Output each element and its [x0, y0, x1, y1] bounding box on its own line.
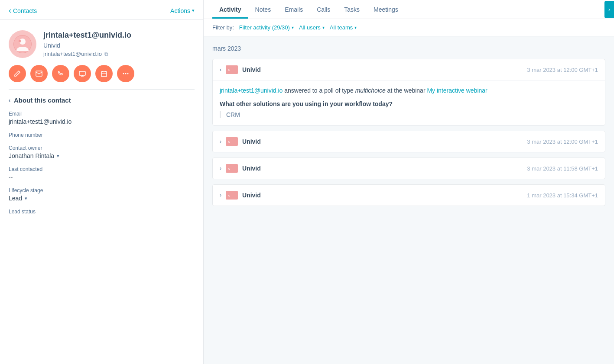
more-actions-button[interactable] [117, 65, 134, 82]
edit-action-button[interactable] [9, 65, 26, 82]
phone-field-row: Phone number [9, 132, 195, 138]
tab-notes[interactable]: Notes [248, 0, 278, 19]
svg-rect-4 [79, 71, 85, 75]
card-1-company: Univid [242, 66, 261, 73]
card-4-header[interactable]: › U Univid 1 mar 2023 at 15:34 GMT+1 [213, 185, 605, 206]
lead-status-field-row: Lead status [9, 209, 195, 215]
tab-emails[interactable]: Emails [278, 0, 310, 19]
users-filter-button[interactable]: All users [299, 24, 325, 31]
card-1-description: jrintala+test1@univid.io answered to a p… [220, 81, 598, 95]
activity-card-3: › U Univid 3 mar 2023 at 11:58 GMT+1 jri… [212, 158, 605, 179]
contact-profile: jrintala+test1@univid.io Univid jrintala… [0, 20, 203, 65]
card-1-chevron-icon: ‹ [220, 67, 221, 73]
card-4-logo: U [226, 191, 238, 200]
owner-label: Contact owner [9, 145, 195, 151]
action-icons-row [0, 65, 203, 89]
svg-rect-3 [36, 71, 42, 76]
about-header[interactable]: ‹ About this contact [9, 97, 195, 104]
tab-calls[interactable]: Calls [310, 0, 337, 19]
svg-rect-5 [101, 71, 107, 77]
filter-bar: Filter by: Filter activity (29/30) All u… [204, 19, 614, 36]
calendar-action-button[interactable] [95, 65, 113, 82]
contact-email-display: jrintala+test1@univid.io [43, 51, 102, 57]
email-action-button[interactable] [30, 65, 48, 82]
left-panel: Contacts Actions jrintala+test1@univid.i… [0, 0, 204, 364]
copy-email-icon[interactable]: ⧉ [104, 51, 108, 57]
svg-point-2 [19, 40, 21, 42]
card-1-poll-answer: CRM [220, 111, 598, 118]
card-2-timestamp: 3 mar 2023 at 12:00 GMT+1 [527, 139, 598, 145]
about-section: ‹ About this contact Email jrintala+test… [0, 90, 203, 229]
card-3-logo: U [226, 164, 238, 173]
actions-button[interactable]: Actions [170, 7, 195, 14]
activity-filter-button[interactable]: Filter activity (29/30) [239, 24, 294, 31]
filter-by-label: Filter by: [212, 24, 234, 31]
email-field-row: Email jrintala+test1@univid.io [9, 111, 195, 125]
phone-action-button[interactable] [52, 65, 69, 82]
activity-card-4: › U Univid 1 mar 2023 at 15:34 GMT+1 jri… [212, 184, 605, 206]
left-header: Contacts Actions [0, 0, 203, 20]
last-contacted-value: -- [9, 174, 195, 180]
card-4-chevron-icon: › [220, 192, 221, 198]
card-2-logo: U [226, 137, 238, 146]
contacts-back-link[interactable]: Contacts [9, 6, 37, 15]
email-label: Email [9, 111, 195, 117]
tab-activity[interactable]: Activity [212, 0, 248, 19]
lifecycle-value: Lead [9, 195, 22, 202]
card-4-left: › U Univid [220, 191, 261, 200]
card-4-timestamp: 1 mar 2023 at 15:34 GMT+1 [527, 192, 598, 199]
card-3-header[interactable]: › U Univid 3 mar 2023 at 11:58 GMT+1 [213, 158, 605, 179]
screen-action-button[interactable] [74, 65, 91, 82]
card-1-body: jrintala+test1@univid.io answered to a p… [213, 80, 605, 125]
card-1-webinar-link[interactable]: My interactive webinar [427, 87, 487, 94]
month-label: mars 2023 [212, 45, 605, 52]
avatar [9, 30, 36, 58]
lifecycle-dropdown-icon[interactable]: ▾ [25, 196, 27, 201]
email-value: jrintala+test1@univid.io [9, 118, 195, 125]
card-1-poll-question: What other solutions are you using in yo… [220, 100, 598, 109]
activity-feed: mars 2023 ‹ U Univid 3 mar 2023 at 12:00… [204, 36, 614, 364]
tab-meetings[interactable]: Meetings [367, 0, 405, 19]
svg-point-8 [127, 73, 129, 74]
last-contacted-field-row: Last contacted -- [9, 166, 195, 180]
card-2-chevron-icon: › [220, 139, 221, 145]
owner-value: Jonathan Rintala [9, 152, 54, 159]
contact-email-row: jrintala+test1@univid.io ⧉ [43, 51, 195, 57]
about-title: About this contact [14, 97, 71, 104]
card-3-left: › U Univid [220, 164, 261, 173]
svg-point-6 [123, 73, 124, 74]
owner-dropdown-icon[interactable]: ▾ [57, 153, 59, 159]
card-2-company: Univid [242, 138, 261, 145]
card-3-chevron-icon: › [220, 165, 221, 171]
card-3-company: Univid [242, 165, 261, 172]
card-2-left: › U Univid [220, 137, 261, 146]
activity-card-2: › U Univid 3 mar 2023 at 12:00 GMT+1 jri… [212, 131, 605, 152]
owner-field-row: Contact owner Jonathan Rintala ▾ [9, 145, 195, 159]
lifecycle-field-row: Lifecycle stage Lead ▾ [9, 187, 195, 202]
phone-label: Phone number [9, 132, 195, 138]
card-1-left: ‹ U Univid [220, 65, 261, 74]
lifecycle-label: Lifecycle stage [9, 187, 195, 193]
contact-display-name: jrintala+test1@univid.io [43, 30, 195, 40]
svg-text:U: U [228, 168, 230, 170]
card-1-header[interactable]: ‹ U Univid 3 mar 2023 at 12:00 GMT+1 [213, 59, 605, 80]
card-2-header[interactable]: › U Univid 3 mar 2023 at 12:00 GMT+1 [213, 131, 605, 152]
svg-text:U: U [228, 69, 230, 71]
about-chevron-icon: ‹ [9, 97, 10, 103]
contact-name-block: jrintala+test1@univid.io Univid jrintala… [43, 30, 195, 57]
activity-card-1: ‹ U Univid 3 mar 2023 at 12:00 GMT+1 jri… [212, 59, 605, 126]
lead-status-label: Lead status [9, 209, 195, 215]
svg-text:U: U [228, 141, 230, 143]
card-3-timestamp: 3 mar 2023 at 11:58 GMT+1 [527, 165, 598, 172]
card-1-email-link[interactable]: jrintala+test1@univid.io [220, 87, 283, 94]
card-4-company: Univid [242, 192, 261, 199]
svg-point-7 [125, 73, 127, 74]
svg-text:U: U [228, 194, 230, 197]
last-contacted-label: Last contacted [9, 166, 195, 172]
lifecycle-row: Lead ▾ [9, 195, 195, 202]
card-1-timestamp: 3 mar 2023 at 12:00 GMT+1 [527, 67, 598, 73]
tab-tasks[interactable]: Tasks [337, 0, 367, 19]
contact-company: Univid [43, 42, 195, 49]
tab-expand-button[interactable]: › [604, 1, 614, 18]
teams-filter-button[interactable]: All teams [330, 24, 357, 31]
